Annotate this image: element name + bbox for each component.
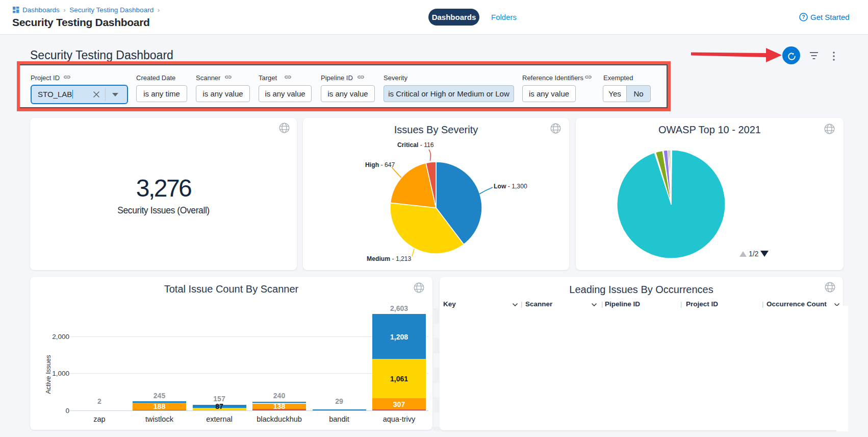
svg-text:Medium - 1,213: Medium - 1,213	[367, 255, 412, 262]
svg-text:High - 647: High - 647	[365, 161, 395, 168]
svg-text:Critical - 116: Critical - 116	[397, 141, 434, 149]
svg-text:?: ?	[802, 14, 805, 20]
svg-text:Low - 1,300: Low - 1,300	[494, 183, 527, 190]
